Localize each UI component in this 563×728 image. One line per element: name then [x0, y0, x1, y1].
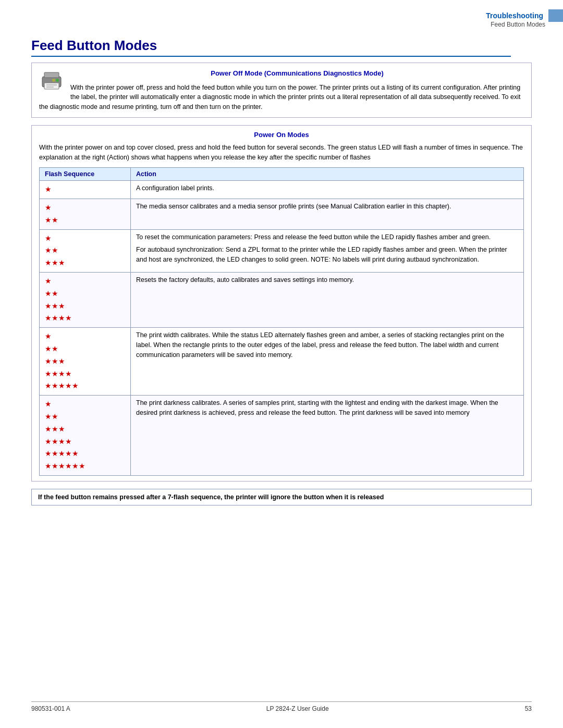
- header-bar: Troubleshooting: [486, 9, 563, 22]
- col-flash-header: Flash Sequence: [40, 168, 131, 181]
- main-content: Power Off Mode (Communications Diagnosti…: [31, 63, 532, 505]
- action-cell-3: Resets the factory defaults, auto calibr…: [131, 273, 524, 328]
- flash-cell-0: ★: [40, 181, 131, 199]
- svg-rect-4: [46, 87, 54, 88]
- flash-cell-2: ★★★★★★: [40, 229, 131, 272]
- flash-cell-3: ★★★★★★★★★★: [40, 273, 131, 328]
- svg-point-5: [56, 79, 59, 82]
- footer-right: 53: [525, 705, 532, 712]
- page-title: Feed Button Modes: [31, 38, 511, 57]
- action-cell-4: The print width calibrates. While the st…: [131, 328, 524, 396]
- flash-cell-5: ★★★★★★★★★★★★★★★★★★★★★: [40, 396, 131, 476]
- svg-rect-1: [44, 72, 59, 78]
- footer-note: If the feed button remains pressed after…: [31, 489, 532, 505]
- power-off-text: With the printer power off, press and ho…: [39, 84, 520, 111]
- flash-table: Flash Sequence Action ★A configuration l…: [39, 167, 524, 476]
- footer-left: 980531-001 A: [31, 705, 70, 712]
- page-footer: 980531-001 A LP 2824-Z User Guide 53: [31, 701, 532, 712]
- power-on-text: With the printer power on and top cover …: [39, 143, 524, 163]
- action-cell-0: A configuration label prints.: [131, 181, 524, 199]
- action-cell-2: To reset the communication parameters: P…: [131, 229, 524, 272]
- flash-cell-1: ★★★: [40, 199, 131, 230]
- header-accent: [548, 9, 563, 22]
- svg-point-6: [52, 79, 55, 82]
- svg-rect-2: [44, 83, 59, 89]
- header-section: Troubleshooting: [486, 9, 548, 22]
- svg-rect-3: [46, 84, 57, 85]
- flash-cell-4: ★★★★★★★★★★★★★★★: [40, 328, 131, 396]
- col-action-header: Action: [131, 168, 524, 181]
- power-off-body: Power Off Mode (Communications Diagnosti…: [39, 68, 524, 112]
- header-subsection: Feed Button Modes: [491, 21, 545, 28]
- power-off-header: Power Off Mode (Communications Diagnosti…: [39, 68, 524, 79]
- power-on-section: Power On Modes With the printer power on…: [31, 125, 532, 482]
- action-cell-5: The print darkness calibrates. A series …: [131, 396, 524, 476]
- footer-center: LP 2824-Z User Guide: [266, 705, 329, 712]
- power-off-section: Power Off Mode (Communications Diagnosti…: [31, 63, 532, 118]
- printer-icon: [39, 68, 64, 93]
- power-on-header: Power On Modes: [39, 131, 524, 139]
- action-cell-1: The media sensor calibrates and a media …: [131, 199, 524, 230]
